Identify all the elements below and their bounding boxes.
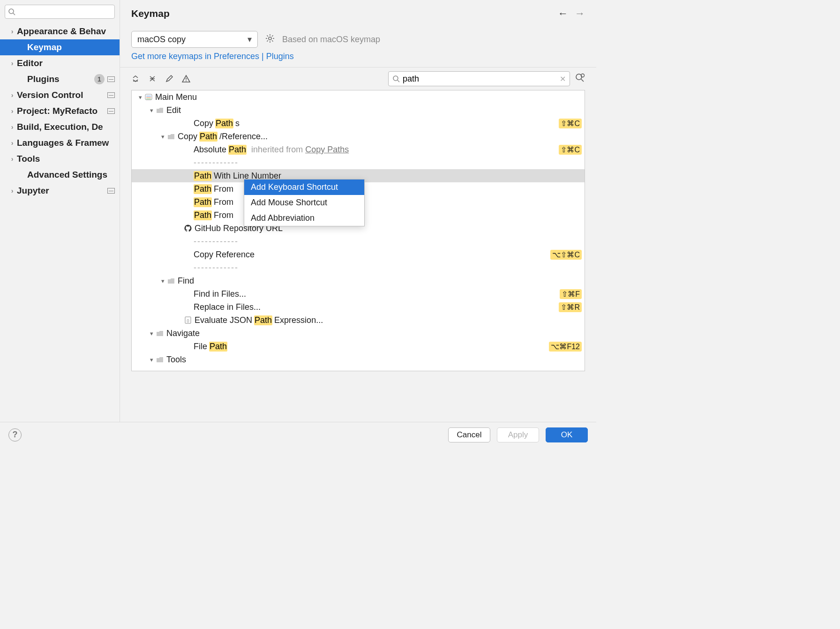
svg-point-12	[186, 81, 187, 82]
tree-node-edit[interactable]: ▾ Edit	[132, 104, 585, 117]
chevron-right-icon: ›	[8, 155, 16, 163]
svg-text:{}: {}	[187, 318, 189, 322]
chevron-down-icon: ▾	[148, 107, 155, 114]
tree-action-copy-reference[interactable]: Copy Reference ⌥⇧⌘C	[132, 248, 585, 261]
chevron-right-icon: ›	[8, 107, 16, 115]
expand-all-icon[interactable]	[131, 75, 140, 83]
github-icon	[184, 225, 192, 232]
help-icon[interactable]: ?	[8, 428, 22, 442]
tree-node-main-menu[interactable]: ▾ Main Menu	[132, 90, 585, 104]
chevron-down-icon: ▾	[248, 34, 252, 45]
sidebar-search-input[interactable]	[17, 7, 112, 16]
project-scope-icon	[107, 76, 115, 82]
sidebar-item-tools[interactable]: ›Tools	[0, 151, 120, 167]
project-scope-icon	[107, 108, 115, 114]
tree-action-replace-in-files[interactable]: Replace in Files... ⇧⌘R	[132, 300, 585, 314]
svg-line-8	[272, 40, 273, 41]
chevron-down-icon: ▾	[148, 356, 155, 363]
folder-icon	[156, 330, 164, 337]
ok-button[interactable]: OK	[546, 427, 588, 442]
chevron-right-icon: ›	[8, 187, 16, 195]
sidebar-item-label: Editor	[17, 58, 43, 68]
sidebar-item-build-execution-de[interactable]: ›Build, Execution, De	[0, 119, 120, 135]
sidebar-item-label: Keymap	[27, 42, 62, 52]
nav-back-icon[interactable]: ←	[558, 7, 568, 20]
svg-point-0	[9, 9, 14, 14]
sidebar-item-languages-framew[interactable]: ›Languages & Framew	[0, 135, 120, 151]
svg-line-14	[398, 80, 399, 82]
chevron-down-icon: ▾	[136, 94, 144, 101]
chevron-right-icon: ›	[8, 123, 16, 131]
tree-action-evaluate-jsonpath[interactable]: {} Evaluate JSONPath Expression...	[132, 314, 585, 327]
shortcut-badge: ⌥⇧⌘C	[550, 250, 582, 260]
menu-icon	[145, 94, 152, 100]
tree-action-file-path[interactable]: File Path ⌥⌘F12	[132, 340, 585, 353]
action-search[interactable]: ✕	[388, 71, 570, 86]
chevron-right-icon: ›	[8, 28, 16, 35]
search-icon	[392, 75, 400, 82]
gear-icon[interactable]	[265, 34, 275, 45]
shortcut-badge: ⇧⌘F	[560, 289, 582, 299]
tree-node-find[interactable]: ▾ Find	[132, 274, 585, 287]
collapse-all-icon[interactable]	[148, 75, 157, 83]
search-icon	[8, 8, 15, 15]
svg-line-9	[267, 40, 268, 41]
svg-line-10	[272, 35, 273, 36]
keymap-tree: ▾ Main Menu ▾ Edit Copy Paths ⇧⌘C ▾ Copy…	[131, 90, 585, 371]
cancel-button[interactable]: Cancel	[448, 427, 490, 442]
settings-sidebar: ›Appearance & BehavKeymap›EditorPlugins1…	[0, 0, 120, 447]
page-title: Keymap	[131, 8, 170, 19]
sidebar-item-editor[interactable]: ›Editor	[0, 55, 120, 71]
sidebar-item-appearance-behav[interactable]: ›Appearance & Behav	[0, 23, 120, 39]
json-icon: {}	[184, 316, 192, 324]
sidebar-item-jupyter[interactable]: ›Jupyter	[0, 183, 120, 199]
folder-icon	[156, 357, 164, 363]
action-search-input[interactable]	[403, 74, 560, 84]
sidebar-item-label: Project: MyRefacto	[17, 106, 98, 116]
shortcut-badge: ⇧⌘C	[559, 119, 582, 128]
ctx-add-abbreviation[interactable]: Add Abbreviation	[244, 210, 364, 226]
sidebar-item-label: Version Control	[17, 90, 83, 100]
chevron-right-icon: ›	[8, 60, 16, 67]
folder-icon	[167, 278, 175, 284]
tree-node-copy-path-reference[interactable]: ▾ Copy Path/Reference...	[132, 130, 585, 143]
svg-point-2	[269, 37, 271, 40]
get-more-keymaps-link[interactable]: Get more keymaps in Preferences | Plugin…	[131, 52, 294, 61]
svg-line-16	[581, 79, 584, 82]
chevron-right-icon: ›	[8, 139, 16, 147]
clear-search-icon[interactable]: ✕	[560, 75, 566, 83]
sidebar-item-label: Advanced Settings	[27, 170, 107, 180]
tree-separator: ------------	[132, 235, 585, 248]
ctx-add-mouse-shortcut[interactable]: Add Mouse Shortcut	[244, 195, 364, 210]
shortcut-badge: ⌥⌘F12	[549, 342, 582, 352]
tree-action-find-in-files[interactable]: Find in Files... ⇧⌘F	[132, 287, 585, 300]
warning-icon[interactable]	[182, 75, 190, 83]
sidebar-item-plugins[interactable]: Plugins1	[0, 71, 120, 87]
sidebar-item-advanced-settings[interactable]: Advanced Settings	[0, 167, 120, 183]
tree-action-absolute-path[interactable]: Absolute Path inherited from Copy Paths …	[132, 143, 585, 156]
apply-button: Apply	[497, 427, 539, 442]
keymap-selected-label: macOS copy	[137, 35, 186, 45]
tree-separator: ------------	[132, 261, 585, 274]
find-by-shortcut-icon[interactable]	[575, 73, 585, 85]
project-scope-icon	[107, 188, 115, 194]
folder-icon	[167, 134, 175, 140]
ctx-add-keyboard-shortcut[interactable]: Add Keyboard Shortcut	[244, 180, 364, 195]
sidebar-item-keymap[interactable]: Keymap	[0, 39, 120, 55]
shortcut-badge: ⇧⌘C	[559, 145, 582, 155]
sidebar-item-project-myrefacto[interactable]: ›Project: MyRefacto	[0, 103, 120, 119]
keymap-dropdown[interactable]: macOS copy ▾	[131, 31, 258, 48]
sidebar-item-version-control[interactable]: ›Version Control	[0, 87, 120, 103]
chevron-down-icon: ▾	[159, 277, 166, 285]
tree-action-copy-paths[interactable]: Copy Paths ⇧⌘C	[132, 117, 585, 130]
edit-icon[interactable]	[165, 75, 173, 83]
sidebar-item-label: Jupyter	[17, 186, 49, 196]
tree-separator: ------------	[132, 156, 585, 169]
tree-node-navigate[interactable]: ▾ Navigate	[132, 327, 585, 340]
chevron-down-icon: ▾	[159, 133, 166, 140]
sidebar-item-label: Plugins	[27, 74, 60, 84]
tree-node-tools[interactable]: ▾ Tools	[132, 353, 585, 366]
sidebar-search[interactable]	[5, 5, 115, 19]
folder-icon	[156, 107, 164, 113]
sidebar-item-label: Appearance & Behav	[17, 26, 106, 37]
